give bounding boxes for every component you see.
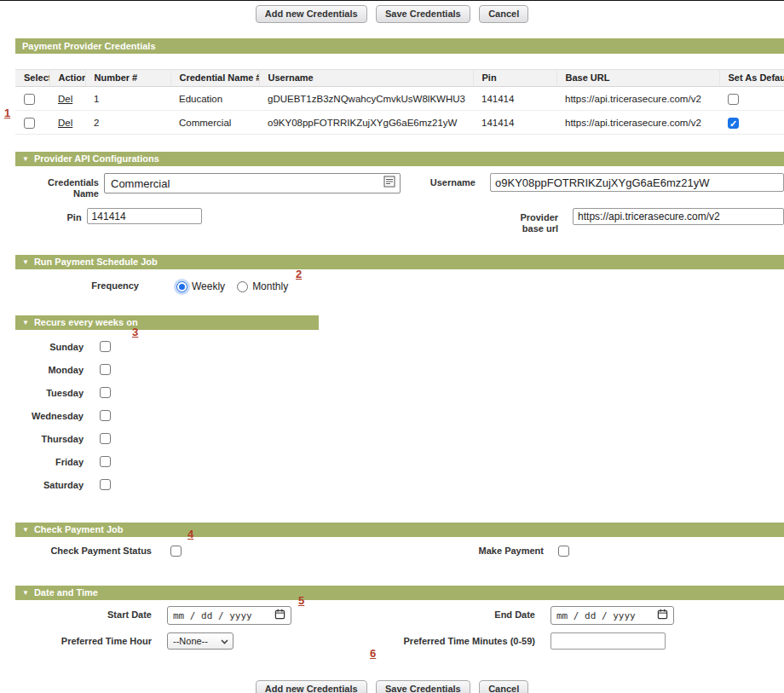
section-title: Recurs every weeks on — [34, 317, 138, 327]
add-new-credentials-button[interactable]: Add new Credentials — [256, 5, 367, 23]
top-toolbar: Add new Credentials Save Credentials Can… — [0, 1, 784, 26]
credentials-name-input[interactable] — [109, 176, 383, 191]
day-checkbox-sunday[interactable] — [100, 341, 111, 352]
day-label: Wednesday — [15, 411, 84, 421]
row-name-cell: Education — [170, 87, 259, 111]
set-as-default-checkbox[interactable] — [728, 94, 739, 105]
row-username-cell: gDUEBT1zB3zNQwahcyCmvkUsW8lKWHU3 — [259, 87, 473, 111]
section-title: Payment Provider Credentials — [22, 41, 156, 51]
monthly-radio-label[interactable]: Monthly — [252, 280, 288, 292]
provider-base-url-label: Provider base url — [202, 208, 568, 234]
time-row: Preferred Time Hour --None-- Preferred T… — [15, 632, 784, 650]
del-link[interactable]: Del — [58, 94, 72, 104]
day-row-saturday: Saturday — [15, 473, 784, 496]
make-payment-checkbox[interactable] — [558, 546, 569, 557]
pin-input[interactable] — [87, 208, 202, 224]
day-checkbox-saturday[interactable] — [100, 479, 111, 490]
check-payment-status-checkbox[interactable] — [170, 546, 182, 557]
annotation-4: 4 — [187, 528, 193, 540]
annotation-1: 1 — [4, 107, 10, 119]
day-checkbox-wednesday[interactable] — [100, 410, 111, 421]
cancel-button[interactable]: Cancel — [479, 680, 528, 693]
row-base-url-cell: https://api.tricerasecure.com/v2 — [556, 111, 719, 135]
col-header-username: Username — [259, 70, 473, 87]
weekly-radio[interactable] — [176, 281, 187, 292]
start-date-input[interactable]: mm / dd / yyyy — [167, 606, 291, 625]
day-row-wednesday: Wednesday — [15, 404, 784, 427]
credentials-name-field-wrap — [104, 173, 401, 193]
set-as-default-checkbox[interactable] — [728, 118, 739, 129]
username-input[interactable] — [490, 173, 784, 192]
table-row: Del 2 Commercial o9KY08ppFOTRRIKZujXYgG6… — [15, 111, 784, 135]
preferred-time-hour-select[interactable]: --None-- — [167, 632, 233, 650]
calendar-icon[interactable] — [657, 609, 668, 622]
section-title: Provider API Configurations — [34, 153, 159, 164]
day-label: Tuesday — [15, 388, 84, 398]
provider-base-url-input[interactable] — [573, 208, 784, 225]
username-label: Username — [401, 173, 486, 188]
row-select-checkbox[interactable] — [24, 94, 35, 105]
day-row-monday: Monday — [15, 358, 784, 381]
col-header-credential-name: Credential Name # — [170, 70, 259, 87]
weekday-checkbox-list: Sunday Monday Tuesday Wednesday Thursday… — [0, 335, 784, 496]
row-name-cell: Commercial — [170, 111, 259, 135]
day-checkbox-tuesday[interactable] — [100, 387, 111, 398]
start-date-label: Start Date — [15, 606, 152, 621]
check-payment-row: Check Payment Status Make Payment — [15, 537, 784, 557]
section-title: Date and Time — [34, 587, 98, 598]
end-date-input[interactable]: mm / dd / yyyy — [551, 606, 674, 625]
section-header-date-and-time[interactable]: ▼Date and Time — [15, 586, 784, 600]
frequency-option-monthly: Monthly — [237, 280, 288, 292]
day-label: Sunday — [15, 342, 84, 352]
frequency-option-weekly: Weekly — [176, 280, 225, 292]
row-pin-cell: 141414 — [473, 111, 556, 135]
bottom-toolbar: Add new Credentials Save Credentials Can… — [0, 680, 784, 693]
add-new-credentials-button[interactable]: Add new Credentials — [256, 680, 367, 693]
row-base-url-cell: https://api.tricerasecure.com/v2 — [556, 87, 719, 111]
day-checkbox-friday[interactable] — [100, 456, 111, 467]
credentials-name-label: Credentials Name — [15, 173, 101, 199]
row-select-checkbox[interactable] — [24, 118, 35, 129]
annotation-3: 3 — [132, 326, 138, 338]
table-row: Del 1 Education gDUEBT1zB3zNQwahcyCmvkUs… — [15, 87, 784, 111]
col-header-number: Number # — [85, 70, 170, 87]
section-header-provider-api-configurations[interactable]: ▼Provider API Configurations — [15, 152, 784, 166]
make-payment-label: Make Payment — [182, 546, 544, 557]
chevron-down-icon — [221, 636, 228, 646]
section-header-check-payment-job[interactable]: ▼Check Payment Job — [15, 523, 784, 537]
section-header-run-payment-schedule-job[interactable]: ▼Run Payment Schedule Job — [15, 255, 784, 269]
weekly-radio-label[interactable]: Weekly — [192, 280, 225, 292]
collapse-triangle-icon: ▼ — [22, 155, 29, 163]
col-header-action: Action — [49, 70, 85, 87]
day-label: Saturday — [15, 480, 84, 490]
day-label: Thursday — [15, 434, 84, 444]
cancel-button[interactable]: Cancel — [479, 5, 528, 23]
day-row-sunday: Sunday — [15, 335, 784, 358]
row-username-cell: o9KY08ppFOTRRIKZujXYgG6aE6mz21yW — [259, 111, 473, 135]
section-header-recurs-every-weeks-on[interactable]: ▼Recurs every weeks on — [15, 315, 319, 330]
section-title: Run Payment Schedule Job — [34, 257, 158, 267]
collapse-triangle-icon: ▼ — [22, 589, 29, 597]
day-row-thursday: Thursday — [15, 427, 784, 450]
annotation-2: 2 — [296, 268, 302, 280]
section-title: Check Payment Job — [34, 524, 124, 534]
day-label: Monday — [15, 365, 84, 375]
annotation-6: 6 — [370, 647, 376, 660]
day-checkbox-monday[interactable] — [100, 364, 111, 375]
payment-provider-settings-page: Add new Credentials Save Credentials Can… — [0, 0, 784, 693]
section-header-payment-provider-credentials: Payment Provider Credentials — [15, 38, 784, 54]
preferred-time-minutes-input[interactable] — [551, 632, 666, 650]
pin-label: Pin — [15, 208, 84, 223]
del-link[interactable]: Del — [58, 118, 72, 128]
check-payment-status-label: Check Payment Status — [15, 546, 152, 557]
col-header-select: Select — [15, 70, 49, 87]
monthly-radio[interactable] — [237, 281, 248, 292]
save-credentials-button[interactable]: Save Credentials — [376, 5, 470, 23]
calendar-icon[interactable] — [274, 609, 285, 622]
day-checkbox-thursday[interactable] — [100, 433, 111, 444]
save-credentials-button[interactable]: Save Credentials — [376, 680, 470, 693]
day-label: Friday — [15, 457, 84, 467]
end-date-value: mm / dd / yyyy — [556, 610, 636, 621]
day-row-tuesday: Tuesday — [15, 381, 784, 404]
annotation-5: 5 — [298, 594, 304, 607]
